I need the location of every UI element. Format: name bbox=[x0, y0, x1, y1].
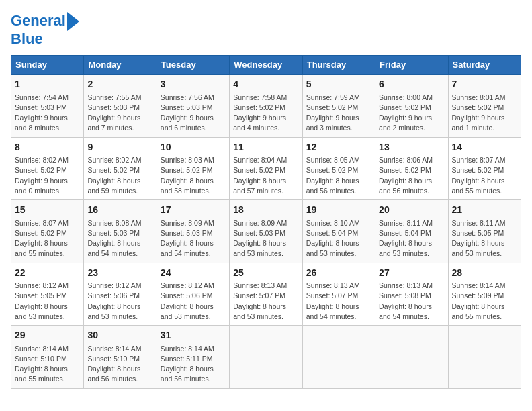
calendar-cell: 3Sunrise: 7:56 AM Sunset: 5:03 PM Daylig… bbox=[157, 75, 229, 137]
day-number: 15 bbox=[15, 203, 80, 217]
day-number: 19 bbox=[306, 203, 371, 217]
day-number: 13 bbox=[379, 141, 444, 154]
day-info: Sunrise: 8:13 AM Sunset: 5:08 PM Dayligh… bbox=[379, 281, 444, 322]
day-info: Sunrise: 8:02 AM Sunset: 5:02 PM Dayligh… bbox=[87, 155, 152, 196]
calendar-cell: 10Sunrise: 8:03 AM Sunset: 5:02 PM Dayli… bbox=[157, 137, 229, 199]
logo-arrow-icon bbox=[67, 12, 79, 31]
day-number: 29 bbox=[15, 329, 80, 342]
day-info: Sunrise: 7:59 AM Sunset: 5:02 PM Dayligh… bbox=[306, 93, 371, 134]
header-monday: Monday bbox=[84, 56, 157, 75]
day-number: 27 bbox=[379, 267, 444, 280]
day-number: 28 bbox=[452, 267, 517, 280]
calendar-table: SundayMondayTuesdayWednesdayThursdayFrid… bbox=[11, 55, 521, 388]
day-info: Sunrise: 8:14 AM Sunset: 5:10 PM Dayligh… bbox=[15, 344, 80, 385]
calendar-cell: 21Sunrise: 8:11 AM Sunset: 5:05 PM Dayli… bbox=[448, 200, 521, 263]
calendar-cell: 11Sunrise: 8:04 AM Sunset: 5:02 PM Dayli… bbox=[230, 137, 302, 199]
day-info: Sunrise: 8:09 AM Sunset: 5:03 PM Dayligh… bbox=[233, 218, 298, 259]
day-info: Sunrise: 7:55 AM Sunset: 5:03 PM Dayligh… bbox=[87, 93, 152, 134]
calendar-cell: 26Sunrise: 8:13 AM Sunset: 5:07 PM Dayli… bbox=[302, 263, 375, 325]
calendar-cell: 6Sunrise: 8:00 AM Sunset: 5:02 PM Daylig… bbox=[375, 75, 448, 137]
day-number: 5 bbox=[306, 78, 371, 91]
day-info: Sunrise: 8:13 AM Sunset: 5:07 PM Dayligh… bbox=[306, 281, 371, 322]
day-info: Sunrise: 7:56 AM Sunset: 5:03 PM Dayligh… bbox=[161, 93, 226, 134]
calendar-cell: 8Sunrise: 8:02 AM Sunset: 5:02 PM Daylig… bbox=[11, 137, 84, 199]
day-number: 31 bbox=[161, 329, 226, 342]
day-info: Sunrise: 8:13 AM Sunset: 5:07 PM Dayligh… bbox=[233, 281, 298, 322]
week-row-2: 8Sunrise: 8:02 AM Sunset: 5:02 PM Daylig… bbox=[11, 137, 521, 199]
calendar-cell: 9Sunrise: 8:02 AM Sunset: 5:02 PM Daylig… bbox=[84, 137, 157, 199]
calendar-cell bbox=[230, 326, 302, 388]
day-number: 30 bbox=[87, 329, 152, 342]
day-number: 24 bbox=[161, 267, 226, 280]
day-info: Sunrise: 8:14 AM Sunset: 5:11 PM Dayligh… bbox=[161, 344, 226, 385]
logo: General Blue bbox=[11, 11, 79, 47]
calendar-cell: 2Sunrise: 7:55 AM Sunset: 5:03 PM Daylig… bbox=[84, 75, 157, 137]
day-number: 1 bbox=[15, 78, 80, 91]
day-number: 17 bbox=[161, 203, 226, 217]
day-number: 6 bbox=[379, 78, 444, 91]
header-saturday: Saturday bbox=[448, 56, 521, 75]
day-number: 11 bbox=[233, 141, 298, 154]
calendar-cell: 15Sunrise: 8:07 AM Sunset: 5:02 PM Dayli… bbox=[11, 200, 84, 263]
day-number: 12 bbox=[306, 141, 371, 154]
day-number: 3 bbox=[161, 78, 226, 91]
day-info: Sunrise: 8:10 AM Sunset: 5:04 PM Dayligh… bbox=[306, 218, 371, 259]
calendar-cell: 25Sunrise: 8:13 AM Sunset: 5:07 PM Dayli… bbox=[230, 263, 302, 325]
calendar-cell: 1Sunrise: 7:54 AM Sunset: 5:03 PM Daylig… bbox=[11, 75, 84, 137]
day-info: Sunrise: 8:12 AM Sunset: 5:05 PM Dayligh… bbox=[15, 281, 80, 322]
day-info: Sunrise: 8:07 AM Sunset: 5:02 PM Dayligh… bbox=[15, 218, 80, 259]
calendar-cell: 27Sunrise: 8:13 AM Sunset: 5:08 PM Dayli… bbox=[375, 263, 448, 325]
header-sunday: Sunday bbox=[11, 56, 84, 75]
day-info: Sunrise: 8:14 AM Sunset: 5:10 PM Dayligh… bbox=[87, 344, 152, 385]
week-row-1: 1Sunrise: 7:54 AM Sunset: 5:03 PM Daylig… bbox=[11, 75, 521, 137]
header-thursday: Thursday bbox=[302, 56, 375, 75]
calendar-cell: 23Sunrise: 8:12 AM Sunset: 5:06 PM Dayli… bbox=[84, 263, 157, 325]
calendar-cell: 29Sunrise: 8:14 AM Sunset: 5:10 PM Dayli… bbox=[11, 326, 84, 388]
day-number: 8 bbox=[15, 141, 80, 154]
day-number: 23 bbox=[87, 267, 152, 280]
calendar-cell: 20Sunrise: 8:11 AM Sunset: 5:04 PM Dayli… bbox=[375, 200, 448, 263]
calendar-cell: 31Sunrise: 8:14 AM Sunset: 5:11 PM Dayli… bbox=[157, 326, 229, 388]
day-number: 2 bbox=[87, 78, 152, 91]
header-row: SundayMondayTuesdayWednesdayThursdayFrid… bbox=[11, 56, 521, 75]
calendar-cell: 4Sunrise: 7:58 AM Sunset: 5:02 PM Daylig… bbox=[230, 75, 302, 137]
calendar-cell: 16Sunrise: 8:08 AM Sunset: 5:03 PM Dayli… bbox=[84, 200, 157, 263]
week-row-4: 22Sunrise: 8:12 AM Sunset: 5:05 PM Dayli… bbox=[11, 263, 521, 325]
logo-text: General bbox=[11, 13, 66, 29]
calendar-cell: 12Sunrise: 8:05 AM Sunset: 5:02 PM Dayli… bbox=[302, 137, 375, 199]
page-header: General Blue bbox=[11, 11, 521, 47]
header-friday: Friday bbox=[375, 56, 448, 75]
day-info: Sunrise: 8:08 AM Sunset: 5:03 PM Dayligh… bbox=[87, 218, 152, 259]
day-info: Sunrise: 8:02 AM Sunset: 5:02 PM Dayligh… bbox=[15, 155, 80, 196]
calendar-cell: 19Sunrise: 8:10 AM Sunset: 5:04 PM Dayli… bbox=[302, 200, 375, 263]
day-number: 26 bbox=[306, 267, 371, 280]
header-tuesday: Tuesday bbox=[157, 56, 229, 75]
day-number: 20 bbox=[379, 203, 444, 217]
header-wednesday: Wednesday bbox=[230, 56, 302, 75]
calendar-cell: 7Sunrise: 8:01 AM Sunset: 5:02 PM Daylig… bbox=[448, 75, 521, 137]
day-info: Sunrise: 8:05 AM Sunset: 5:02 PM Dayligh… bbox=[306, 155, 371, 196]
day-info: Sunrise: 8:11 AM Sunset: 5:05 PM Dayligh… bbox=[452, 218, 517, 259]
day-info: Sunrise: 8:06 AM Sunset: 5:02 PM Dayligh… bbox=[379, 155, 444, 196]
day-number: 25 bbox=[233, 267, 298, 280]
day-number: 22 bbox=[15, 267, 80, 280]
calendar-cell: 17Sunrise: 8:09 AM Sunset: 5:03 PM Dayli… bbox=[157, 200, 229, 263]
day-info: Sunrise: 8:14 AM Sunset: 5:09 PM Dayligh… bbox=[452, 281, 517, 322]
day-number: 16 bbox=[87, 203, 152, 217]
calendar-cell: 18Sunrise: 8:09 AM Sunset: 5:03 PM Dayli… bbox=[230, 200, 302, 263]
calendar-cell: 5Sunrise: 7:59 AM Sunset: 5:02 PM Daylig… bbox=[302, 75, 375, 137]
day-number: 9 bbox=[87, 141, 152, 154]
day-info: Sunrise: 8:12 AM Sunset: 5:06 PM Dayligh… bbox=[161, 281, 226, 322]
logo-text2: Blue bbox=[11, 31, 79, 47]
calendar-cell: 28Sunrise: 8:14 AM Sunset: 5:09 PM Dayli… bbox=[448, 263, 521, 325]
day-number: 7 bbox=[452, 78, 517, 91]
day-info: Sunrise: 8:03 AM Sunset: 5:02 PM Dayligh… bbox=[161, 155, 226, 196]
day-info: Sunrise: 8:04 AM Sunset: 5:02 PM Dayligh… bbox=[233, 155, 298, 196]
day-info: Sunrise: 8:09 AM Sunset: 5:03 PM Dayligh… bbox=[161, 218, 226, 259]
day-number: 4 bbox=[233, 78, 298, 91]
calendar-cell: 24Sunrise: 8:12 AM Sunset: 5:06 PM Dayli… bbox=[157, 263, 229, 325]
day-number: 21 bbox=[452, 203, 517, 217]
day-info: Sunrise: 8:11 AM Sunset: 5:04 PM Dayligh… bbox=[379, 218, 444, 259]
day-info: Sunrise: 8:01 AM Sunset: 5:02 PM Dayligh… bbox=[452, 93, 517, 134]
calendar-cell: 14Sunrise: 8:07 AM Sunset: 5:02 PM Dayli… bbox=[448, 137, 521, 199]
